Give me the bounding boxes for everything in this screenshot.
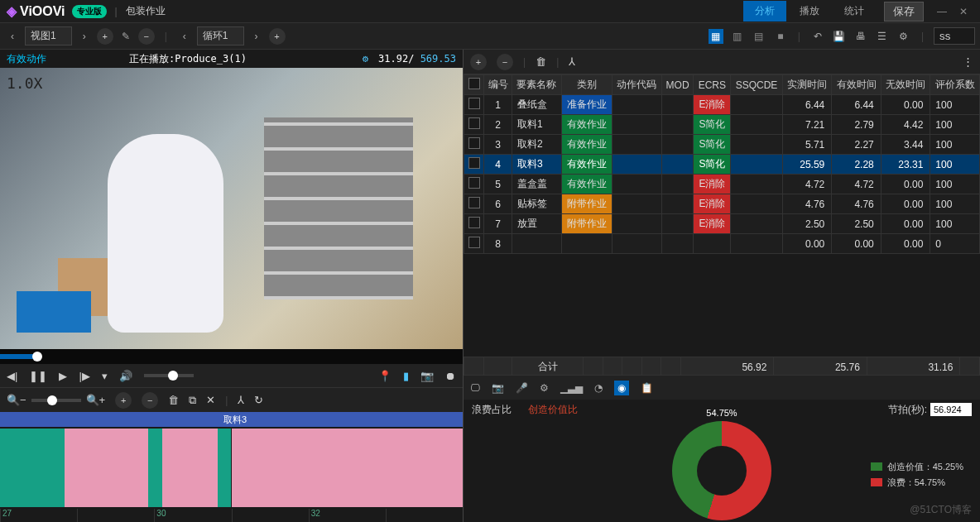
cell-action [612, 115, 662, 135]
layout-grid-2h[interactable]: ▤ [752, 29, 766, 44]
scrub-thumb[interactable] [32, 352, 42, 362]
loop-icon[interactable]: ↻ [254, 394, 263, 406]
tab-value-ratio[interactable]: 创造价值比 [528, 403, 578, 417]
col-ecrs: ECRS [694, 75, 731, 95]
cell-idx: 3 [484, 135, 512, 155]
add-row-button[interactable]: + [470, 54, 487, 70]
save-icon[interactable]: 💾 [832, 29, 847, 44]
timeline-segment[interactable] [148, 429, 162, 507]
table-row[interactable]: 4取料3有效作业S简化25.592.2823.31100 [464, 155, 980, 175]
remove-view-button[interactable]: − [138, 28, 155, 45]
monitor-icon[interactable]: 🖵 [470, 382, 480, 394]
undo-icon[interactable]: ↶ [810, 29, 825, 44]
remove-row-button[interactable]: − [497, 54, 513, 70]
record-icon[interactable]: ⏺ [445, 370, 456, 382]
timeline-segment[interactable] [232, 429, 464, 507]
sliders-icon[interactable]: ⚙ [540, 382, 549, 394]
video-viewport[interactable]: 1.0X [0, 68, 463, 349]
zoom-in-icon[interactable]: 🔍+ [86, 394, 106, 406]
more-icon[interactable]: ⋮ [963, 55, 973, 68]
chart-area: 54.75% 45.25% 创造价值：45.25% 浪费：54.75% @51C… [464, 419, 980, 522]
view-prev-icon[interactable]: ‹ [5, 29, 20, 44]
copy-icon[interactable]: ⧉ [189, 394, 196, 407]
view-dropdown[interactable]: 视图1 [25, 26, 72, 45]
chevron-down-icon[interactable]: ▾ [102, 370, 108, 382]
edit-icon[interactable]: ✎ [118, 29, 133, 44]
table-toolbar: + − | 🗑 | ⅄ ⋮ [464, 50, 980, 74]
tab-stats[interactable]: 统计 [833, 1, 876, 22]
bar-chart-icon[interactable]: ▁▃▅ [560, 382, 583, 394]
prev-frame-icon[interactable]: ◀| [7, 370, 17, 382]
row-checkbox[interactable] [468, 117, 480, 129]
table-row[interactable]: 6贴标签附带作业E消除4.764.760.00100 [464, 194, 980, 214]
row-checkbox[interactable] [468, 237, 480, 248]
loop-next-icon[interactable]: › [249, 29, 264, 44]
print-icon[interactable]: 🖶 [853, 29, 868, 44]
camera-icon[interactable]: 📷 [420, 370, 434, 382]
table-row[interactable]: 7放置附带作业E消除2.502.500.00100 [464, 214, 980, 234]
tab-waste-ratio[interactable]: 浪费占比 [472, 403, 512, 417]
volume-icon[interactable]: 🔊 [119, 370, 132, 382]
timeline-track[interactable]: 27 30 32 [0, 427, 463, 522]
ss-input[interactable] [934, 27, 975, 45]
layout-single[interactable]: ■ [773, 29, 788, 44]
minimize-button[interactable]: — [932, 6, 952, 17]
main-area: 有效动作 正在播放:Produce_3(1) ⚙ 31.92/ 569.53 1… [0, 50, 980, 522]
marker-icon[interactable]: 📍 [378, 370, 392, 382]
trash-icon[interactable]: 🗑 [536, 55, 546, 68]
volume-slider[interactable] [144, 374, 194, 377]
row-checkbox[interactable] [468, 157, 480, 169]
add-segment-button[interactable]: + [115, 392, 132, 409]
row-checkbox[interactable] [468, 177, 480, 189]
layout-grid-2v[interactable]: ▥ [730, 29, 745, 44]
pie-icon[interactable]: ◔ [594, 382, 603, 394]
layout-grid-4[interactable]: ▦ [709, 29, 723, 44]
remove-segment-button[interactable]: − [142, 392, 158, 409]
add-loop-button[interactable]: + [269, 28, 286, 45]
mic-icon[interactable]: 🎤 [516, 382, 528, 394]
table-row[interactable]: 3取料2有效作业S简化5.712.273.44100 [464, 135, 980, 155]
table-row[interactable]: 80.000.000.000 [464, 234, 980, 254]
cell-action [612, 135, 662, 155]
cut-icon[interactable]: ✕ [206, 394, 215, 406]
clipboard-icon[interactable]: 📋 [641, 382, 653, 394]
table-row[interactable]: 1叠纸盒准备作业E消除6.446.440.00100 [464, 95, 980, 115]
next-frame-icon[interactable]: |▶ [79, 370, 89, 382]
timeline-segment[interactable] [0, 429, 65, 507]
save-button[interactable]: 保存 [884, 2, 924, 22]
row-checkbox[interactable] [468, 197, 480, 208]
tab-play[interactable]: 播放 [788, 1, 831, 22]
play-icon[interactable]: ▶ [59, 370, 67, 382]
list-icon[interactable]: ☰ [875, 29, 890, 44]
zoom-slider[interactable] [31, 399, 81, 402]
video-scrubber[interactable] [0, 349, 463, 364]
add-view-button[interactable]: + [97, 28, 113, 45]
row-checkbox[interactable] [468, 98, 480, 109]
pause-icon[interactable]: ❚❚ [29, 370, 47, 382]
camera-icon[interactable]: 📷 [492, 382, 504, 394]
table-row[interactable]: 2取料1有效作业S简化7.212.794.42100 [464, 115, 980, 135]
person-icon[interactable]: ⅄ [569, 55, 575, 68]
col-name: 要素名称 [512, 75, 562, 95]
row-checkbox[interactable] [468, 137, 480, 149]
person-icon[interactable]: ⅄ [238, 394, 244, 406]
close-button[interactable]: ✕ [954, 6, 973, 17]
donut-chart-icon[interactable]: ◉ [614, 381, 629, 395]
view-next-icon[interactable]: › [77, 29, 92, 44]
zoom-out-icon[interactable]: 🔍− [7, 394, 26, 406]
tab-analyze[interactable]: 分析 [743, 1, 786, 22]
video-gear-icon[interactable]: ⚙ [363, 53, 368, 65]
select-all-checkbox[interactable] [468, 78, 480, 89]
trash-icon[interactable]: 🗑 [168, 394, 179, 406]
loop-dropdown[interactable]: 循环1 [197, 26, 244, 45]
donut-top-label: 54.75% [706, 408, 737, 418]
table-row[interactable]: 5盖盒盖有效作业E消除4.724.720.00100 [464, 175, 980, 194]
clip-icon[interactable]: ▮ [403, 370, 409, 382]
timeline-segment[interactable] [65, 429, 148, 507]
gear-icon[interactable]: ⚙ [896, 29, 911, 44]
timeline-segment[interactable] [162, 429, 218, 507]
row-checkbox[interactable] [468, 217, 480, 228]
timeline-segment[interactable] [218, 429, 232, 507]
takt-input[interactable] [930, 403, 972, 416]
loop-prev-icon[interactable]: ‹ [177, 29, 192, 44]
